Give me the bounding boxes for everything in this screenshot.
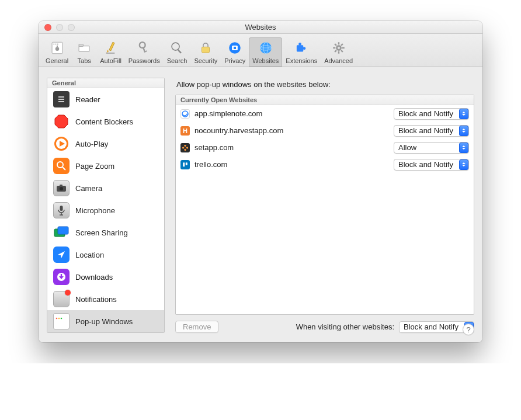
help-button[interactable]: ? <box>463 324 474 335</box>
trello-icon <box>180 160 190 169</box>
svg-rect-59 <box>186 162 187 165</box>
autofill-icon <box>102 40 119 56</box>
svg-point-41 <box>60 187 63 190</box>
site-row[interactable]: setapp.com Allow <box>176 139 474 156</box>
site-row[interactable]: trello.com Block and Notify <box>176 156 474 173</box>
toolbar-search[interactable]: Search <box>164 37 191 67</box>
toolbar-label: Search <box>167 57 187 64</box>
camera-icon <box>53 180 70 196</box>
notifications-icon <box>53 291 70 307</box>
sidebar-item-label: Page Zoom <box>75 162 114 171</box>
window-controls <box>39 24 75 31</box>
sidebar-item-downloads[interactable]: Downloads <box>47 266 164 288</box>
sidebar-item-popup-windows[interactable]: Pop-up Windows <box>47 310 164 332</box>
sidebar-item-notifications[interactable]: Notifications <box>47 288 164 310</box>
location-icon <box>53 247 70 263</box>
help-icon: ? <box>466 325 470 334</box>
preferences-window: Websites General Tabs <box>39 21 482 342</box>
sidebar-item-screen-sharing[interactable]: Screen Sharing <box>47 221 164 244</box>
sidebar-item-page-zoom[interactable]: Page Zoom <box>47 155 164 177</box>
chevron-updown-icon <box>459 109 468 119</box>
toolbar-label: Advanced <box>324 57 353 64</box>
select-value: Block and Notify <box>398 160 457 169</box>
microphone-icon <box>53 202 70 218</box>
sidebar-item-content-blockers[interactable]: Content Blockers <box>47 110 164 133</box>
svg-rect-16 <box>202 47 210 53</box>
svg-rect-8 <box>109 42 114 51</box>
sidebar-item-label: Downloads <box>75 273 113 282</box>
notification-badge-icon <box>65 290 71 296</box>
svg-point-50 <box>56 318 58 320</box>
sidebar-item-microphone[interactable]: Microphone <box>47 199 164 221</box>
sidebar-list: Reader Content Blockers Auto-Play <box>47 88 164 332</box>
sidebar-item-reader[interactable]: Reader <box>47 88 164 110</box>
toolbar-privacy[interactable]: Privacy <box>221 37 249 67</box>
minimize-button[interactable] <box>56 24 63 31</box>
svg-rect-5 <box>57 46 58 47</box>
svg-point-25 <box>303 47 306 50</box>
category-sidebar: General Reader Content Blockers <box>47 78 165 333</box>
site-setting-select[interactable]: Block and Notify <box>394 159 469 171</box>
sidebar-item-auto-play[interactable]: Auto-Play <box>47 133 164 155</box>
svg-marker-47 <box>58 251 65 258</box>
toolbar-general[interactable]: General <box>42 37 72 67</box>
svg-rect-28 <box>338 42 339 44</box>
svg-rect-6 <box>79 46 89 52</box>
screen-sharing-icon <box>53 224 70 241</box>
toolbar-security[interactable]: Security <box>190 37 221 67</box>
sidebar-item-label: Auto-Play <box>75 140 108 148</box>
select-value: Allow <box>398 143 457 152</box>
sidebar-item-camera[interactable]: Camera <box>47 177 164 199</box>
sidebar-header: General <box>47 78 164 88</box>
site-setting-select[interactable]: Block and Notify <box>394 125 469 137</box>
svg-rect-56 <box>182 146 185 148</box>
harvest-icon: H <box>180 126 190 136</box>
default-setting-group: When visiting other websites: Block and … <box>296 321 474 333</box>
svg-point-37 <box>57 162 63 168</box>
sidebar-item-label: Camera <box>75 184 102 193</box>
site-row[interactable]: app.simplenote.com Block and Notify <box>176 105 474 122</box>
svg-point-52 <box>61 318 62 320</box>
close-button[interactable] <box>44 24 51 31</box>
toolbar-tabs[interactable]: Tabs <box>72 37 96 67</box>
sites-list-header: Currently Open Websites <box>176 95 474 105</box>
chevron-updown-icon <box>459 143 468 153</box>
remove-button[interactable]: Remove <box>175 321 218 333</box>
site-setting-select[interactable]: Allow <box>394 142 469 154</box>
sidebar-item-label: Screen Sharing <box>75 228 128 237</box>
window-title: Websites <box>39 23 482 32</box>
svg-marker-33 <box>55 115 68 128</box>
chevron-updown-icon <box>459 126 468 136</box>
toolbar-extensions[interactable]: Extensions <box>282 37 321 67</box>
toolbar-advanced[interactable]: Advanced <box>321 37 356 67</box>
titlebar: Websites <box>39 21 482 34</box>
svg-rect-19 <box>234 47 236 49</box>
gear-icon <box>330 40 348 56</box>
toolbar-passwords[interactable]: Passwords <box>125 37 164 67</box>
toolbar-label: Extensions <box>286 57 317 64</box>
lock-icon <box>197 40 214 56</box>
zoom-icon <box>53 158 70 174</box>
svg-rect-42 <box>60 206 63 211</box>
sidebar-item-location[interactable]: Location <box>47 244 164 266</box>
svg-point-29 <box>338 47 340 49</box>
sidebar-item-label: Pop-up Windows <box>75 317 133 326</box>
globe-icon <box>257 40 275 56</box>
stop-icon <box>53 113 70 130</box>
zoom-button[interactable] <box>68 24 75 31</box>
main-panel: Allow pop-up windows on the websites bel… <box>175 78 474 333</box>
svg-rect-13 <box>145 50 147 52</box>
svg-line-38 <box>62 167 65 170</box>
select-value: Block and Notify <box>398 109 457 118</box>
toolbar-autofill[interactable]: AutoFill <box>96 37 125 67</box>
toolbar-websites[interactable]: Websites <box>249 37 282 67</box>
toolbar-label: Privacy <box>224 57 245 64</box>
site-setting-select[interactable]: Block and Notify <box>394 108 469 120</box>
svg-rect-3 <box>57 44 58 45</box>
select-value: Block and Notify <box>398 126 457 135</box>
svg-rect-2 <box>55 44 56 45</box>
site-row[interactable]: H nocountry.harvestapp.com Block and Not… <box>176 122 474 139</box>
toolbar-label: Tabs <box>78 57 91 64</box>
chevron-updown-icon <box>459 159 468 170</box>
setapp-icon <box>180 143 190 152</box>
